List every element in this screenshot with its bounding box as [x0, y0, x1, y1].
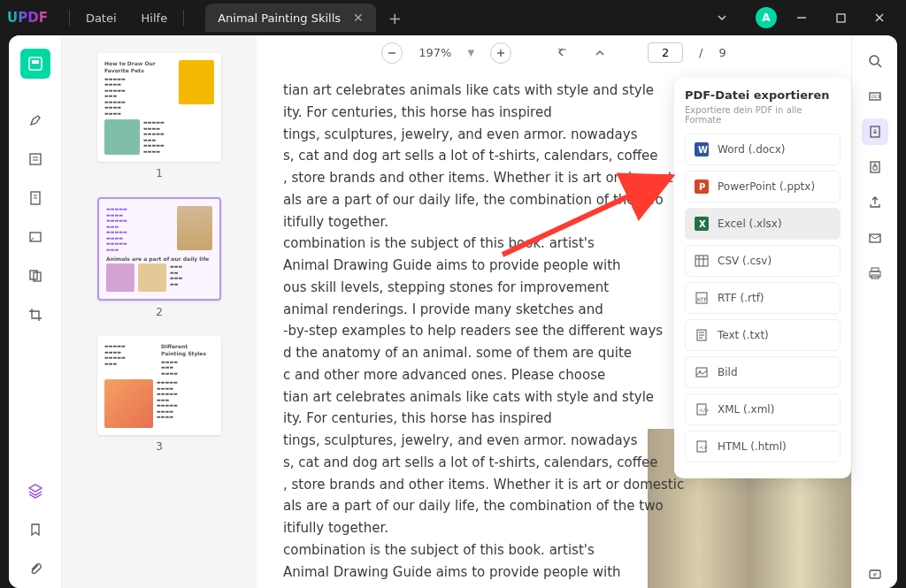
organize-tool[interactable] [20, 261, 50, 291]
svg-text:P: P [699, 182, 705, 192]
close-icon[interactable]: ✕ [353, 11, 364, 25]
thumb-num-3: 3 [97, 440, 221, 453]
prev-page-button[interactable] [589, 42, 610, 64]
export-item-html[interactable]: <>HTML (.html) [685, 431, 841, 462]
add-tab-button[interactable]: + [388, 9, 402, 27]
form-tool[interactable] [20, 222, 50, 252]
page-total: 9 [718, 46, 726, 59]
right-toolbar: OCR [851, 35, 897, 588]
export-item-text[interactable]: Text (.txt) [685, 319, 841, 351]
mail-icon[interactable] [862, 225, 888, 251]
thumb-num-1: 1 [97, 167, 221, 179]
close-window-button[interactable] [860, 0, 899, 35]
export-item-powerpoint[interactable]: PPowerPoint (.pptx) [685, 171, 841, 202]
ocr-icon[interactable]: OCR [862, 83, 888, 110]
menu-help[interactable]: Hilfe [129, 11, 180, 25]
attachment-icon[interactable] [20, 554, 50, 584]
page-tool[interactable] [20, 183, 50, 213]
svg-rect-0 [837, 14, 845, 22]
export-item-excel[interactable]: XExcel (.xlsx) [685, 208, 841, 240]
bookmark-icon[interactable] [20, 515, 50, 545]
svg-text:</>: </> [699, 407, 709, 413]
avatar[interactable]: A [756, 7, 777, 28]
highlight-tool[interactable] [20, 105, 50, 135]
svg-text:OCR: OCR [871, 94, 881, 99]
svg-text:X: X [699, 219, 706, 229]
page-input[interactable] [648, 42, 683, 63]
layers-icon[interactable] [20, 476, 50, 506]
menu-file[interactable]: Datei [73, 11, 129, 25]
svg-text:RTF: RTF [697, 296, 707, 302]
svg-point-8 [870, 56, 879, 65]
svg-rect-2 [32, 60, 39, 64]
first-page-button[interactable] [552, 42, 573, 64]
thumbnail-2[interactable]: ▬▬▬▬▬▬▬▬▬▬▬▬▬▬▬▬▬▬▬▬▬▬▬▬▬▬▬▬▬▬▬▬▬▬ Anima… [97, 197, 221, 301]
chevron-down-icon[interactable] [703, 0, 741, 35]
zoom-in-button[interactable] [490, 42, 511, 64]
doc-line: combination is the subject of this book.… [283, 539, 833, 561]
thumb-num-2: 2 [97, 306, 221, 318]
export-item-xml[interactable]: </>XML (.xml) [685, 393, 841, 425]
crop-tool[interactable] [20, 300, 50, 330]
comment-icon[interactable] [862, 561, 888, 588]
export-icon[interactable] [862, 118, 888, 145]
share-icon[interactable] [862, 189, 888, 216]
export-title: PDF-Datei exportieren [685, 88, 841, 102]
maximize-button[interactable] [821, 0, 860, 35]
app-logo: UPDF [7, 10, 48, 26]
tab-title: Animal Painting Skills [218, 11, 341, 25]
minimize-button[interactable] [782, 0, 821, 35]
print-icon[interactable] [862, 260, 888, 286]
doc-line: Animal Drawing Guide aims to provide peo… [283, 561, 833, 584]
doc-line: itifully together. [283, 517, 833, 539]
export-subtitle: Exportiere dein PDF in alle Formate [685, 105, 841, 125]
svg-rect-13 [873, 166, 877, 170]
page-sep: / [699, 46, 703, 59]
export-item-rtf[interactable]: RTFRTF (.rtf) [685, 282, 841, 314]
svg-text:<>: <> [699, 444, 708, 450]
divider [69, 10, 70, 26]
export-panel: PDF-Datei exportieren Exportiere dein PD… [674, 78, 851, 478]
protect-icon[interactable] [862, 154, 888, 180]
zoom-dropdown[interactable]: ▼ [467, 48, 474, 57]
zoom-out-button[interactable] [381, 42, 403, 64]
file-icon [695, 254, 709, 268]
export-item-word[interactable]: WWord (.docx) [685, 134, 841, 165]
thumbnail-3[interactable]: ▬▬▬▬▬▬▬▬▬▬▬▬▬▬▬▬▬ Different Painting Sty… [97, 336, 221, 435]
file-icon: P [695, 179, 709, 194]
file-icon: W [695, 142, 709, 157]
title-bar: UPDF Datei Hilfe Animal Painting Skills … [0, 0, 906, 35]
document-tab[interactable]: Animal Painting Skills ✕ [205, 4, 376, 32]
file-icon: RTF [695, 291, 709, 305]
file-icon: </> [695, 402, 709, 416]
search-icon[interactable] [862, 48, 888, 74]
edit-tool[interactable] [20, 144, 50, 174]
zoom-level: 197% [418, 46, 451, 59]
doc-line: als are a part of our daily life, the co… [283, 495, 833, 517]
thumbnail-1[interactable]: How to Draw Our Favorite Pets▬▬▬▬▬▬▬▬▬▬▬… [97, 53, 221, 162]
view-toolbar: 197% ▼ / 9 [257, 35, 851, 71]
file-icon: <> [695, 439, 709, 454]
svg-text:W: W [698, 145, 708, 155]
file-icon [695, 328, 709, 342]
export-item-bild[interactable]: Bild [685, 356, 841, 388]
svg-rect-25 [695, 256, 708, 266]
export-item-csv[interactable]: CSV (.csv) [685, 245, 841, 277]
file-icon [695, 365, 709, 379]
svg-rect-15 [871, 268, 879, 271]
thumbnail-panel: How to Draw Our Favorite Pets▬▬▬▬▬▬▬▬▬▬▬… [62, 35, 257, 588]
divider [183, 10, 184, 26]
svg-rect-3 [30, 154, 41, 164]
left-toolbar [9, 35, 62, 588]
file-icon: X [695, 217, 709, 231]
thumbnail-tool[interactable] [20, 49, 50, 79]
